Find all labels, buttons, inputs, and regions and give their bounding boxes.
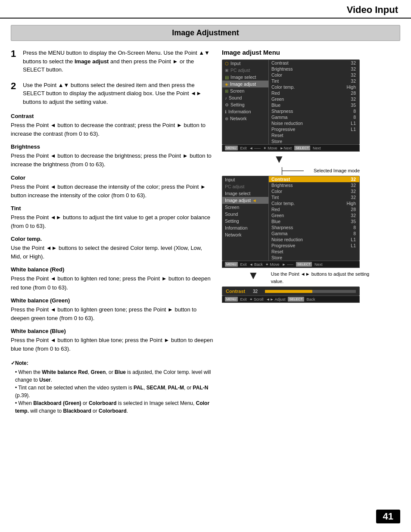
step-1-text: Press the MENU button to display the On-… xyxy=(23,49,213,74)
osd1-screen-label: Screen xyxy=(230,88,244,93)
osd1-exit-label: Exit xyxy=(240,146,247,150)
osd2-bottom-bar: MENU Exit ◄ Back ✦ Move ► ----- SELECT N… xyxy=(222,261,360,268)
osd1-colortemp-row: Color temp.High xyxy=(269,84,359,90)
osd3-contrast-label: Contrast xyxy=(226,289,249,294)
imageadj-icon: ◈ xyxy=(225,82,228,87)
osd1-select-btn: SELECT xyxy=(294,146,310,150)
osd2-gamma-row: Gamma8 xyxy=(269,230,359,236)
input-icon: ⬡ xyxy=(225,61,229,66)
osd2-move: ✦ Move xyxy=(265,262,280,267)
brightness-head: Brightness xyxy=(11,143,213,150)
osd2-sound: Sound xyxy=(222,211,268,218)
page-title: Video Input xyxy=(13,4,398,16)
osd2-next: Next xyxy=(314,262,323,267)
osd2-reset-row: Reset xyxy=(269,249,359,255)
left-column: 1 Press the MENU button to display the O… xyxy=(11,49,213,415)
osd1-item-input: ⬡ Input xyxy=(222,60,268,67)
osd1-brightness-row: Brightness32 xyxy=(269,66,359,72)
sound-icon: ♪ xyxy=(225,96,227,100)
osd2-imageselect: Image select xyxy=(222,190,268,197)
osd1-item-sound: ♪ Sound xyxy=(222,94,268,101)
osd1-pcadjust-label: PC adjust xyxy=(230,68,250,73)
osd-menu-2: Input PC adjust Image select Image adjus… xyxy=(222,176,377,268)
wb-blue-body: Press the Point ◄ button to lighten blue… xyxy=(11,336,213,353)
osd2-red-row: Red28 xyxy=(269,206,359,212)
osd2-menu-btn: MENU xyxy=(225,262,238,267)
osd3-bottom-bar: MENU Exit ✦ Scroll ◄► Adjust SELECT Back xyxy=(222,296,360,303)
osd1-input-label: Input xyxy=(230,61,240,66)
annotation-line xyxy=(282,171,304,171)
osd2-noisered-row: Noise reductionL1 xyxy=(269,236,359,243)
osd3-back: Back xyxy=(307,297,315,302)
osd2-nav: ► ----- xyxy=(282,262,293,267)
selected-mode-text: Selected Image mode xyxy=(314,168,360,173)
image-adjust-menu-title: Image adjust Menu xyxy=(222,49,377,56)
osd2-sharpness-row: Sharpness8 xyxy=(269,224,359,230)
osd2-colortemp-row: Color temp.High xyxy=(269,200,359,206)
osd2-left-panel: Input PC adjust Image select Image adjus… xyxy=(222,176,269,261)
color-head: Color xyxy=(11,174,213,181)
osd2-green-row: Green32 xyxy=(269,212,359,218)
osd1-imageadj-label: Image adjust xyxy=(230,81,256,87)
selected-mode-annotation: Selected Image mode xyxy=(222,166,360,175)
osd1-item-screen: ⊞ Screen xyxy=(222,87,268,94)
osd1-sharpness-row: Sharpness8 xyxy=(269,108,359,114)
brightness-body: Press the Point ◄ button to decrease the… xyxy=(11,152,213,169)
tint-body: Press the Point ◄► buttons to adjust the… xyxy=(11,213,213,230)
osd1-contrast-row: Contrast32 xyxy=(269,60,359,66)
colortemp-head: Color temp. xyxy=(11,236,213,242)
osd1-right-panel: Contrast32 Brightness32 Color32 Tint32 C… xyxy=(269,60,359,144)
osd1-store-row: Store xyxy=(269,138,359,144)
wb-blue-head: White balance (Blue) xyxy=(11,328,213,334)
two-col-layout: 1 Press the MENU button to display the O… xyxy=(11,49,400,415)
content-area: Image Adjustment 1 Press the MENU button… xyxy=(0,19,411,423)
osd3-bar-fill xyxy=(265,290,312,293)
step-2-text: Use the Point ▲▼ buttons select the desi… xyxy=(23,81,213,106)
osd2-select-btn: SELECT xyxy=(296,262,312,267)
use-point-text: Use the Point ◄► buttons to adjust the s… xyxy=(271,271,377,285)
note-list: When the White balance Red, Green, or Bl… xyxy=(11,368,213,415)
osd1-bottom-bar: MENU Exit ◄ ----- ✦ Move ►Next SELECT Ne… xyxy=(222,145,360,152)
pc-icon: ▣ xyxy=(225,68,229,72)
osd1-next-label: Next xyxy=(313,146,321,150)
osd1-item-imageadj: ◈ Image adjust xyxy=(222,81,268,87)
osd2-brightness-row: Brightness32 xyxy=(269,182,359,188)
osd1-reset-row: Reset xyxy=(269,132,359,138)
note-item-3: When Blackboard (Green) or Colorboard is… xyxy=(15,399,213,415)
osd1-color-row: Color32 xyxy=(269,72,359,78)
osd1-nav1: ◄ ----- xyxy=(249,146,261,150)
annotation-vert-line xyxy=(282,167,282,175)
imageselect-icon: ▤ xyxy=(225,75,229,80)
osd1-info-label: Information xyxy=(228,109,251,114)
osd2-imageadj: Image adjust ◄ xyxy=(222,197,268,204)
osd1-blue-row: Blue35 xyxy=(269,102,359,108)
osd1-nav2: ►Next xyxy=(280,146,292,150)
osd3-select-btn: SELECT xyxy=(288,297,304,302)
osd2-arrow: ◄ xyxy=(252,198,256,203)
contrast-body: Press the Point ◄ button to decrease the… xyxy=(11,121,213,138)
osd1-item-imageselect: ▤ Image select xyxy=(222,74,268,81)
note-item-1: When the White balance Red, Green, or Bl… xyxy=(15,368,213,384)
note-section: ✓Note: When the White balance Red, Green… xyxy=(11,359,213,415)
osd3-body: Contrast 32 xyxy=(222,286,360,296)
step-2: 2 Use the Point ▲▼ buttons select the de… xyxy=(11,81,213,106)
info-icon: ℹ xyxy=(225,109,227,114)
osd3-menu-btn: MENU xyxy=(225,297,238,302)
osd3-bar-bg xyxy=(265,290,356,293)
wb-green-head: White balance (Green) xyxy=(11,297,213,304)
osd3-contrast-value: 32 xyxy=(253,289,262,294)
osd1-green-row: Green32 xyxy=(269,96,359,102)
color-body: Press the Point ◄ button decrease the in… xyxy=(11,183,213,200)
note-item-2: Tint can not be selected when the video … xyxy=(15,384,213,399)
osd1-sound-label: Sound xyxy=(229,95,242,100)
osd1-tint-row: Tint32 xyxy=(269,78,359,84)
osd2-blue-row: Blue35 xyxy=(269,218,359,224)
osd1-move: ✦ Move xyxy=(263,146,277,150)
osd2-input: Input xyxy=(222,176,268,183)
osd2-info: Information xyxy=(222,224,268,231)
step-1-number: 1 xyxy=(11,49,19,59)
wb-green-body: Press the Point ◄ button to lighten gree… xyxy=(11,305,213,323)
osd2-right-panel: Contrast32 Brightness32 Color32 Tint32 C… xyxy=(269,176,359,261)
osd1-item-info: ℹ Information xyxy=(222,108,268,115)
tint-head: Tint xyxy=(11,205,213,212)
